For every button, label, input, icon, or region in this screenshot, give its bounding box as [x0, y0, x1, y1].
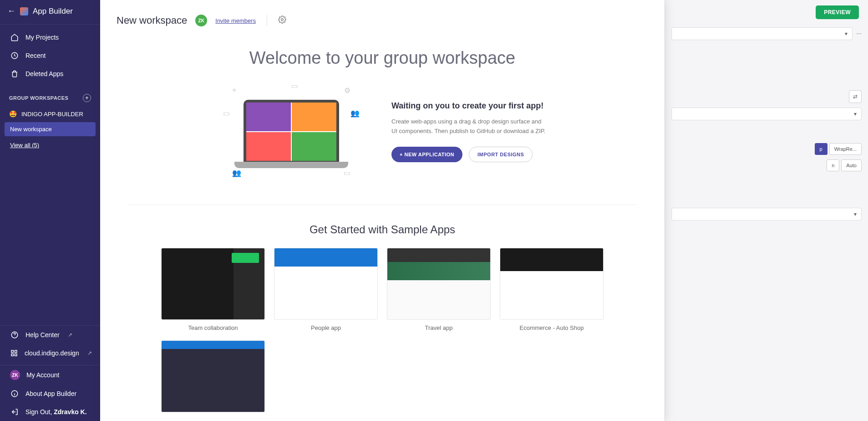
- gear-icon: ⚙: [344, 86, 350, 95]
- design-properties-panel: PREVIEW ▾ ⋯ ⇄ ▾ p WrapRe... n Auto ▾: [665, 0, 868, 421]
- sample-label: Travel app: [387, 324, 491, 331]
- svg-rect-2: [11, 350, 14, 353]
- sample-label: People app: [274, 324, 378, 331]
- wrap-pill[interactable]: WrapRe...: [829, 143, 862, 155]
- first-app-heading: Waiting on you to create your first app!: [391, 101, 546, 111]
- home-icon: [10, 33, 19, 42]
- svg-rect-5: [15, 354, 17, 356]
- sample-thumbnail: [274, 248, 378, 320]
- size-pill[interactable]: n: [827, 159, 839, 171]
- nav-label: cloud.indigo.design: [25, 349, 79, 357]
- workspace-label: INDIGO APP-BUILDER: [21, 111, 83, 118]
- svg-rect-4: [11, 354, 14, 356]
- divider: [267, 15, 267, 26]
- emoji-icon: 🤩: [9, 110, 17, 118]
- logout-icon: [10, 407, 19, 416]
- sample-thumbnail: [161, 340, 265, 412]
- trash-icon: [10, 69, 19, 78]
- sample-card-team-collaboration[interactable]: Team collaboration: [161, 248, 265, 331]
- svg-rect-3: [15, 350, 17, 353]
- nav-about[interactable]: About App Builder: [0, 385, 100, 403]
- add-workspace-icon[interactable]: +: [83, 94, 91, 102]
- sample-card-travel-app[interactable]: Travel app: [387, 248, 491, 331]
- nav-label: My Account: [26, 371, 59, 379]
- decorative-icon: ▭: [223, 109, 230, 118]
- welcome-title: Welcome to your group workspace: [100, 48, 665, 68]
- welcome-illustration: + ⚙ ▭ 👥 👥 ▭ ▭: [218, 82, 364, 182]
- auto-pill[interactable]: Auto: [841, 159, 862, 171]
- preview-button[interactable]: PREVIEW: [816, 5, 859, 19]
- svg-point-7: [281, 19, 284, 21]
- page-title: New workspace: [117, 15, 187, 26]
- nav-label: Sign Out, Zdravko K.: [25, 408, 87, 416]
- workspace-item-new[interactable]: New workspace: [5, 122, 96, 136]
- more-icon[interactable]: ⋯: [856, 31, 862, 37]
- sample-thumbnail: [387, 248, 491, 320]
- info-icon: [10, 389, 19, 398]
- nav-label: About App Builder: [25, 390, 76, 397]
- invite-members-link[interactable]: Invite members: [215, 17, 256, 24]
- nav-cloud-indigo[interactable]: cloud.indigo.design ↗: [0, 344, 100, 362]
- decorative-icon: ▭: [291, 82, 298, 90]
- app-name: App Builder: [33, 7, 73, 16]
- nav-help-center[interactable]: Help Center ↗: [0, 326, 100, 344]
- nav-recent[interactable]: Recent: [0, 46, 100, 65]
- nav-label: Help Center: [25, 331, 60, 339]
- property-dropdown-2[interactable]: ▾: [671, 108, 862, 120]
- clock-icon: [10, 51, 19, 60]
- workspace-item-indigo[interactable]: 🤩 INDIGO APP-BUILDER: [0, 107, 100, 121]
- property-dropdown-3[interactable]: ▾: [671, 208, 862, 221]
- sample-card-people-app[interactable]: People app: [274, 248, 378, 331]
- property-dropdown[interactable]: ▾: [671, 27, 853, 40]
- nav-my-projects[interactable]: My Projects: [0, 28, 100, 46]
- sample-label: Team collaboration: [161, 324, 265, 331]
- external-link-icon: ↗: [87, 350, 92, 356]
- first-app-description: Create web-apps using a drag & drop desi…: [391, 117, 546, 136]
- sample-card-fintech[interactable]: [161, 340, 265, 412]
- decorative-icon: 👥: [232, 169, 241, 177]
- gear-icon[interactable]: [278, 15, 286, 26]
- nav-label: Recent: [25, 52, 46, 59]
- sample-thumbnail: [500, 248, 604, 320]
- view-all-link[interactable]: View all (5): [0, 137, 100, 153]
- nav-label: My Projects: [25, 34, 59, 41]
- new-application-button[interactable]: + NEW APPLICATION: [391, 147, 462, 162]
- nav-sign-out[interactable]: Sign Out, Zdravko K.: [0, 403, 100, 421]
- wrap-pill-active[interactable]: p: [815, 143, 827, 155]
- help-icon: [10, 330, 19, 339]
- workspace-panel: New workspace ZK Invite members Welcome …: [100, 0, 665, 421]
- sample-label: Ecommerce - Auto Shop: [500, 324, 604, 331]
- grid-icon: [10, 349, 18, 358]
- nav-label: Deleted Apps: [25, 70, 63, 77]
- import-designs-button[interactable]: IMPORT DESIGNS: [469, 147, 533, 162]
- workspace-label: New workspace: [10, 126, 52, 133]
- back-arrow-icon[interactable]: ←: [7, 6, 15, 16]
- sample-thumbnail: [161, 248, 265, 320]
- people-icon: 👥: [350, 109, 360, 118]
- sample-card-ecommerce[interactable]: Ecommerce - Auto Shop: [500, 248, 604, 331]
- app-logo-icon: [20, 7, 28, 15]
- external-link-icon: ↗: [68, 332, 72, 338]
- swap-icon[interactable]: ⇄: [849, 90, 862, 103]
- avatar: ZK: [10, 370, 20, 380]
- section-title: GROUP WORKSPACES: [9, 95, 68, 101]
- avatar: ZK: [195, 15, 207, 26]
- decorative-icon: +: [232, 86, 236, 94]
- nav-deleted-apps[interactable]: Deleted Apps: [0, 65, 100, 83]
- sidebar-header: ← App Builder: [0, 0, 100, 25]
- decorative-icon: ▭: [344, 169, 350, 177]
- samples-title: Get Started with Sample Apps: [100, 223, 665, 236]
- sidebar: ← App Builder My Projects Recent Deleted…: [0, 0, 100, 421]
- nav-my-account[interactable]: ZK My Account: [0, 365, 100, 385]
